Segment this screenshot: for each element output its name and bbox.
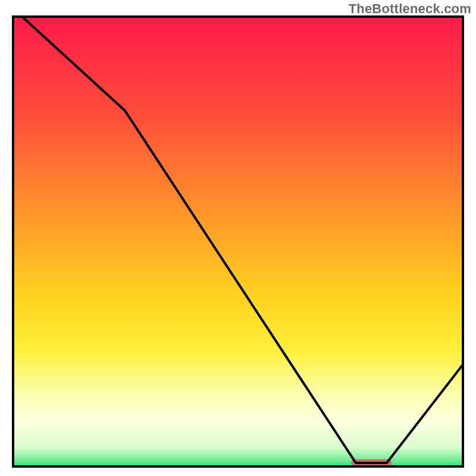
chart-svg bbox=[12, 15, 464, 468]
plot-area bbox=[12, 15, 464, 468]
gradient-fill bbox=[12, 15, 464, 468]
watermark-text: TheBottleneck.com bbox=[349, 1, 471, 17]
chart-container: TheBottleneck.com bbox=[0, 0, 476, 476]
